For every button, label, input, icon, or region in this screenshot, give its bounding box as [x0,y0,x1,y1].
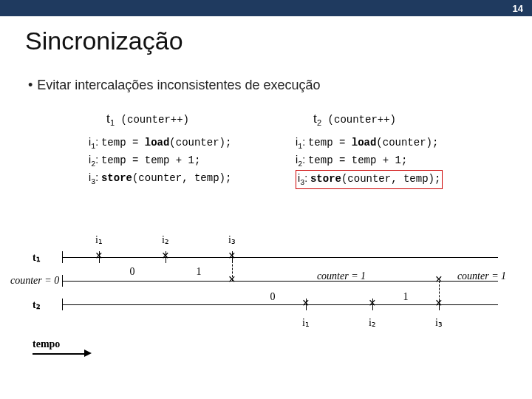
val: 0 [270,291,276,303]
time-arrow [33,353,84,355]
x-mark: × [228,272,236,287]
tick [62,299,63,310]
code-line: i2: temp = temp + 1; [296,152,488,170]
time-label: tempo [33,338,60,350]
val: 1 [403,291,409,303]
tick-label: i₃ [228,233,236,246]
x-mark: × [435,272,443,287]
bullet-dot: • [28,78,33,93]
label-counter0: counter = 0 [10,275,59,287]
timeline-diagram: t₁ counter = 0 t₂ counter = 1 counter = … [33,229,502,384]
label-counter1a: counter = 1 [317,270,366,282]
x-mark: × [95,248,103,264]
axis-counter [62,281,498,282]
label-t2: t₂ [33,299,41,311]
x-mark: × [302,296,310,311]
time-arrow-head [84,349,92,357]
code-line: i1: temp = load(counter); [89,134,281,152]
slide-top-bar: 14 [0,0,532,16]
axis-t1 [62,257,498,258]
label-counter1b: counter = 1 [457,270,506,282]
slide-number: 14 [513,3,523,14]
incr-text: (counter++) [328,114,396,126]
col-left-header: t1 (counter++) [89,111,281,127]
tick-label: i₁ [302,316,310,329]
code-line: i2: temp = temp + 1; [89,152,281,170]
x-mark: × [162,248,169,264]
column-left: t1 (counter++) i1: temp = load(counter);… [89,111,281,189]
t-sub: 1 [110,118,115,127]
tick [62,251,63,263]
label-t1: t₁ [33,251,41,264]
code-columns: t1 (counter++) i1: temp = load(counter);… [0,111,532,189]
tick-label: i₂ [369,316,376,329]
tick-label: i₃ [435,316,443,329]
code-line: i1: temp = load(counter); [296,134,488,152]
axis-t2 [62,304,498,305]
t-sub: 2 [317,118,321,127]
slide-title: Sincronização [0,16,532,78]
val: 1 [197,266,202,278]
bullet-line: • Evitar intercalações inconsistentes de… [0,78,532,93]
code-line: i3: store(counter, temp); [89,170,281,188]
x-mark: × [369,296,376,311]
bullet-text: Evitar intercalações inconsistentes de e… [37,78,320,93]
tick [62,275,63,287]
code-line: i3: store(counter, temp); [296,170,488,189]
incr-text: (counter++) [121,114,189,126]
tick-label: i₁ [95,233,103,246]
column-right: t2 (counter++) i1: temp = load(counter);… [296,111,488,189]
col-right-header: t2 (counter++) [296,111,488,127]
val: 0 [130,266,135,278]
tick-label: i₂ [162,233,169,246]
